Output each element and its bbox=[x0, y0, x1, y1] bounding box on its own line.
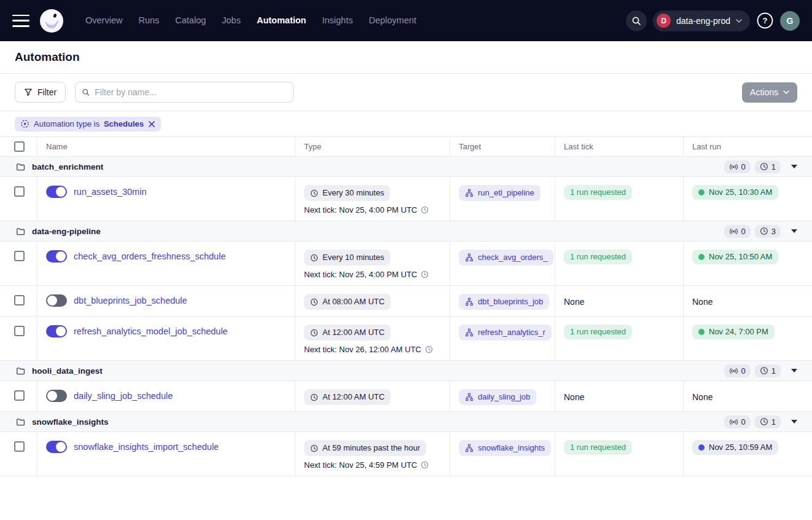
nav-item-insights[interactable]: Insights bbox=[314, 0, 361, 41]
last-run-none: None bbox=[692, 392, 712, 402]
filter-button[interactable]: Filter bbox=[15, 82, 66, 103]
target-pill[interactable]: dbt_blueprints_job bbox=[459, 294, 549, 310]
schedule-count-badge[interactable]: 1 bbox=[755, 160, 781, 173]
last-tick-pill[interactable]: 1 run requested bbox=[564, 185, 632, 200]
clock-icon bbox=[421, 270, 429, 278]
clock-icon bbox=[760, 366, 768, 375]
schedule-name-link[interactable]: refresh_analytics_model_job_schedule bbox=[74, 325, 228, 337]
last-tick-none: None bbox=[564, 297, 584, 307]
table-row-check_avg_orders_freshness_schdule: check_avg_orders_freshness_schduleEvery … bbox=[0, 242, 812, 286]
schedule-toggle[interactable] bbox=[46, 250, 67, 262]
schedule-name-link[interactable]: daily_sling_job_schedule bbox=[74, 390, 173, 402]
last-run-pill[interactable]: Nov 25, 10:50 AM bbox=[692, 250, 778, 264]
group-row-batch_enrichment: batch_enrichment01 bbox=[0, 157, 812, 177]
sensor-count-badge[interactable]: 0 bbox=[724, 160, 751, 173]
schedule-type-pill: At 59 minutes past the hour bbox=[304, 440, 426, 456]
target-pill[interactable]: run_etl_pipeline bbox=[459, 185, 541, 201]
last-run-pill[interactable]: Nov 25, 10:59 AM bbox=[692, 440, 778, 455]
name-cell: check_avg_orders_freshness_schdule bbox=[37, 242, 295, 285]
last-run-pill[interactable]: Nov 24, 7:00 PM bbox=[692, 325, 775, 339]
schedule-name-link[interactable]: snowflake_insights_import_schedule bbox=[74, 441, 219, 453]
group-collapse-caret-icon[interactable] bbox=[791, 420, 797, 423]
top-navigation-bar: OverviewRunsCatalogJobsAutomationInsight… bbox=[0, 0, 812, 41]
schedule-count-badge[interactable]: 1 bbox=[755, 364, 781, 377]
nav-item-catalog[interactable]: Catalog bbox=[167, 0, 214, 41]
sensor-count-badge[interactable]: 0 bbox=[724, 416, 751, 428]
row-checkbox[interactable] bbox=[14, 390, 25, 401]
sensor-count-badge[interactable]: 0 bbox=[724, 364, 751, 377]
type-cell: Every 10 minutesNext tick: Nov 25, 4:00 … bbox=[295, 242, 450, 285]
target-pill[interactable]: check_avg_orders_ bbox=[459, 250, 553, 266]
group-collapse-caret-icon[interactable] bbox=[791, 369, 797, 372]
job-graph-icon bbox=[465, 393, 474, 401]
funnel-icon bbox=[24, 88, 33, 97]
clock-icon bbox=[310, 254, 318, 262]
last-tick-pill[interactable]: 1 run requested bbox=[564, 440, 632, 455]
type-cell: At 08:00 AM UTC bbox=[295, 286, 450, 316]
schedule-name-link[interactable]: dbt_blueprints_job_schedule bbox=[74, 294, 187, 307]
target-pill[interactable]: snowflake_insights bbox=[459, 440, 551, 456]
row-checkbox[interactable] bbox=[14, 295, 25, 305]
nav-item-automation[interactable]: Automation bbox=[249, 0, 314, 41]
row-checkbox[interactable] bbox=[14, 186, 25, 197]
dagster-logo-icon[interactable] bbox=[39, 9, 64, 33]
select-all-checkbox[interactable] bbox=[14, 141, 25, 152]
actions-button[interactable]: Actions bbox=[742, 82, 797, 103]
type-cell: At 12:00 AM UTCNext tick: Nov 26, 12:00 … bbox=[295, 317, 450, 360]
close-icon[interactable] bbox=[148, 120, 155, 128]
schedule-toggle[interactable] bbox=[46, 294, 67, 307]
target-pill[interactable]: daily_sling_job bbox=[459, 389, 536, 405]
filter-chip-automation-type[interactable]: Automation type is Schedules bbox=[15, 117, 161, 132]
target-cell: check_avg_orders_ bbox=[450, 242, 555, 285]
folder-icon bbox=[16, 162, 25, 171]
schedule-toggle[interactable] bbox=[46, 325, 67, 337]
column-header-type: Type bbox=[295, 137, 450, 156]
menu-button[interactable] bbox=[12, 15, 29, 27]
row-checkbox[interactable] bbox=[14, 441, 25, 452]
clock-icon bbox=[425, 345, 433, 353]
schedule-toggle[interactable] bbox=[46, 441, 67, 453]
type-cell: Every 30 minutesNext tick: Nov 25, 4:00 … bbox=[295, 177, 450, 221]
clock-icon bbox=[421, 461, 429, 469]
search-button[interactable] bbox=[626, 10, 647, 31]
clock-icon bbox=[310, 393, 318, 401]
last-run-cell: Nov 25, 10:30 AM bbox=[683, 177, 812, 221]
schedule-count-badge[interactable]: 1 bbox=[755, 416, 781, 428]
nav-item-deployment[interactable]: Deployment bbox=[361, 0, 424, 41]
name-filter-input[interactable] bbox=[95, 87, 287, 97]
nav-item-jobs[interactable]: Jobs bbox=[214, 0, 249, 41]
sensor-count-badge[interactable]: 0 bbox=[724, 225, 751, 238]
schedule-toggle[interactable] bbox=[46, 186, 67, 198]
group-name: snowflake_insights bbox=[16, 417, 109, 427]
nav-item-overview[interactable]: Overview bbox=[77, 0, 130, 41]
target-pill[interactable]: refresh_analytics_r bbox=[459, 325, 552, 341]
row-checkbox[interactable] bbox=[14, 251, 25, 261]
checkbox-cell bbox=[0, 242, 37, 285]
folder-icon bbox=[16, 366, 25, 376]
last-tick-pill[interactable]: 1 run requested bbox=[564, 325, 632, 339]
last-tick-pill[interactable]: 1 run requested bbox=[564, 250, 632, 264]
nav-item-runs[interactable]: Runs bbox=[130, 0, 167, 41]
group-collapse-caret-icon[interactable] bbox=[791, 229, 797, 233]
workspace-switcher[interactable]: D data-eng-prod bbox=[653, 10, 750, 31]
schedule-name-link[interactable]: run_assets_30min bbox=[74, 186, 147, 198]
group-badges: 03 bbox=[724, 225, 797, 238]
group-name-label: data-eng-pipeline bbox=[32, 227, 101, 236]
column-header-last-run: Last run bbox=[683, 137, 812, 156]
target-cell: daily_sling_job bbox=[450, 381, 555, 411]
user-avatar[interactable]: G bbox=[780, 11, 800, 31]
schedule-toggle[interactable] bbox=[46, 390, 67, 402]
help-button[interactable]: ? bbox=[756, 12, 774, 30]
group-collapse-caret-icon[interactable] bbox=[791, 165, 797, 168]
job-graph-icon bbox=[465, 328, 474, 337]
schedule-name-link[interactable]: check_avg_orders_freshness_schdule bbox=[74, 250, 225, 262]
row-checkbox[interactable] bbox=[14, 326, 25, 336]
last-run-pill[interactable]: Nov 25, 10:30 AM bbox=[692, 185, 778, 200]
primary-nav: OverviewRunsCatalogJobsAutomationInsight… bbox=[77, 0, 424, 41]
folder-icon bbox=[16, 417, 25, 427]
schedule-count-badge[interactable]: 3 bbox=[755, 225, 781, 238]
group-name-label: hooli_data_ingest bbox=[32, 366, 103, 376]
automation-condition-icon bbox=[20, 119, 29, 128]
search-icon bbox=[82, 88, 90, 97]
schedule-type-pill: At 12:00 AM UTC bbox=[304, 325, 391, 341]
